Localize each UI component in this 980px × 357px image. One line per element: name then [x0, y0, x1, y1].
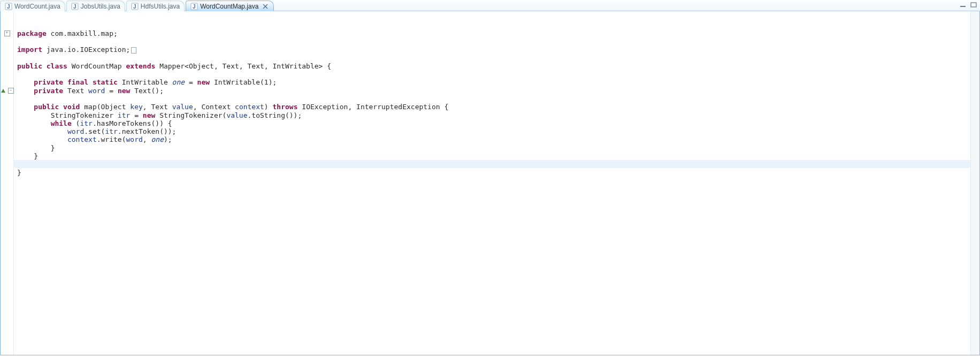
code-token: new [118, 87, 130, 95]
svg-rect-8 [960, 6, 966, 7]
code-token: Mapper<Object, Text, Text, IntWritable> … [155, 62, 331, 70]
tab-label: HdfsUtils.java [141, 3, 180, 10]
code-token: IntWritable [118, 78, 172, 86]
code-token: ( [72, 119, 80, 127]
java-file-icon: J [71, 3, 79, 10]
code-token: IntWritable(1); [210, 78, 277, 86]
code-token: } [34, 152, 38, 160]
maximize-icon[interactable] [969, 1, 978, 9]
svg-text:J: J [7, 4, 10, 10]
code-token: itr [105, 127, 117, 135]
code-token: StringTokenizer( [155, 111, 226, 119]
code-token: void [63, 103, 80, 111]
code-token: class [47, 62, 67, 70]
code-editor[interactable]: + − package com.maxbill.map; import java… [0, 11, 980, 355]
collapsed-indicator-icon [131, 47, 136, 54]
code-token: package [17, 29, 47, 37]
code-token: } [51, 144, 55, 152]
svg-text:J: J [133, 4, 136, 10]
svg-rect-9 [971, 3, 976, 7]
code-token: } [17, 169, 21, 177]
gutter: + − [1, 11, 14, 355]
tab-label: JobsUtils.java [81, 3, 120, 10]
code-token: = [130, 111, 142, 119]
code-token: IOException, InterruptedException { [297, 103, 448, 111]
code-token: new [197, 78, 210, 86]
tab-jobsutils[interactable]: J JobsUtils.java [66, 1, 125, 11]
code-token: word [67, 127, 84, 135]
code-token: one [151, 135, 163, 143]
code-token: public [34, 103, 59, 111]
tab-label: WordCountMap.java [200, 3, 258, 10]
code-token: , Text [143, 103, 172, 111]
close-icon[interactable] [262, 3, 269, 10]
code-token: = [185, 78, 197, 86]
tab-wordcountmap[interactable]: J WordCountMap.java [186, 1, 274, 11]
code-token: , Context [193, 103, 235, 111]
code-area[interactable]: package com.maxbill.map; import java.io.… [14, 11, 970, 355]
svg-text:J: J [193, 4, 196, 10]
tab-wordcount[interactable]: J WordCount.java [0, 1, 65, 11]
fold-expand-icon[interactable]: + [4, 31, 10, 36]
code-token: map [80, 103, 96, 111]
java-file-icon: J [131, 3, 139, 10]
code-token: private final static [34, 78, 118, 86]
code-token: java.io.IOException; [42, 45, 130, 54]
vertical-scrollbar[interactable] [970, 11, 979, 355]
code-token: import [17, 45, 42, 54]
code-token: ); [164, 135, 172, 143]
window-controls [959, 1, 978, 9]
code-token: .hasMoreTokens()) { [93, 119, 172, 127]
code-token: Text(); [130, 87, 164, 95]
code-token: Text [63, 87, 88, 95]
code-token: (Object [97, 103, 131, 111]
code-token: ) [264, 103, 273, 111]
code-token: word [126, 135, 143, 143]
tab-hdfsutils[interactable]: J HdfsUtils.java [126, 1, 185, 11]
code-token: context [67, 135, 97, 143]
code-token: com.maxbill.map; [47, 29, 118, 37]
code-token: .nextToken()); [118, 127, 177, 135]
code-token: new [143, 111, 155, 119]
code-token: , [143, 135, 151, 143]
code-token: key [130, 103, 142, 111]
svg-text:J: J [73, 4, 76, 10]
editor-tab-bar: J WordCount.java J JobsUtils.java J Hdfs… [0, 0, 980, 11]
java-file-icon: J [190, 3, 198, 10]
code-token: extends [126, 62, 156, 70]
tab-label: WordCount.java [14, 3, 60, 10]
code-token: itr [118, 111, 130, 119]
code-token: itr [80, 119, 92, 127]
minimize-icon[interactable] [959, 1, 967, 9]
code-token: .write( [97, 135, 126, 143]
code-token: value [226, 111, 247, 119]
code-token: throws [273, 103, 298, 111]
code-token: context [235, 103, 264, 111]
code-token: StringTokenizer [51, 111, 118, 119]
code-token: value [172, 103, 193, 111]
code-token: while [51, 119, 72, 127]
code-token: = [105, 87, 117, 95]
code-token: private [34, 87, 63, 95]
code-token: one [172, 78, 185, 86]
code-token: .set( [84, 127, 105, 135]
java-file-icon: J [5, 3, 12, 10]
code-token: public [17, 62, 42, 70]
code-token: .toString()); [248, 111, 302, 119]
code-token: WordCountMap [67, 62, 126, 70]
fold-collapse-icon[interactable]: − [8, 88, 14, 94]
code-token: word [88, 87, 105, 95]
